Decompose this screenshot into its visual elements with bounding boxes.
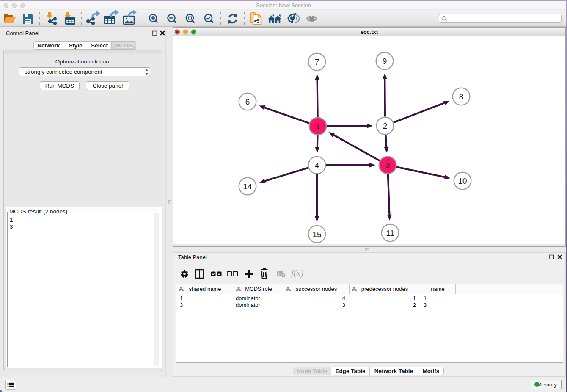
svg-text:2: 2	[383, 121, 388, 130]
svg-text:8: 8	[459, 92, 464, 101]
svg-text:4: 4	[315, 161, 319, 170]
svg-text:7: 7	[315, 58, 319, 66]
svg-text:10: 10	[458, 177, 467, 185]
svg-text:15: 15	[312, 230, 321, 239]
svg-text:9: 9	[383, 57, 387, 66]
svg-text:6: 6	[245, 97, 250, 106]
svg-text:1: 1	[316, 122, 320, 131]
svg-text:14: 14	[243, 182, 252, 191]
svg-text:11: 11	[386, 229, 394, 237]
svg-text:3: 3	[385, 161, 390, 170]
